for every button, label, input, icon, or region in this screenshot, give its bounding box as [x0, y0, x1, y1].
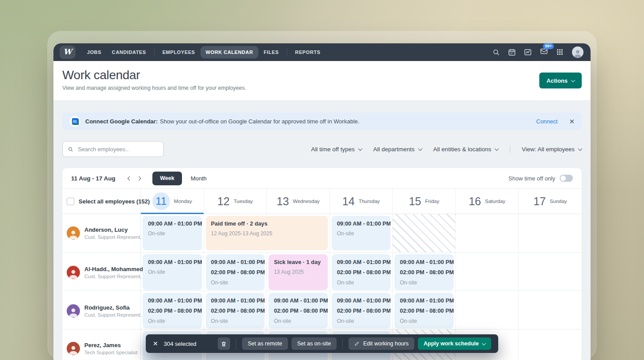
banner-bold-text: Connect Google Calendar:	[85, 118, 158, 125]
day-header-friday: 15Friday	[393, 189, 456, 214]
schedule-cell	[519, 214, 582, 252]
insights-icon[interactable]	[524, 48, 532, 56]
apply-work-schedule-button[interactable]: Apply work schedule	[418, 337, 491, 350]
shift-time: 02:00 PM - 08:00 PM	[337, 269, 386, 276]
connect-link[interactable]: Connect	[536, 118, 557, 125]
edit-working-hours-button[interactable]: Edit working hours	[349, 337, 414, 350]
page-title: Work calendar	[62, 68, 582, 82]
clear-selection-icon[interactable]: ✕	[153, 341, 158, 347]
sick-leave-block[interactable]: Sick leave · 1 day13 Aug 2025	[269, 254, 328, 290]
banner-text: Show your out-of-office on Google Calend…	[160, 118, 360, 125]
schedule-cell[interactable]: Paid time off · 2 days12 Aug 2025-13 Aug…	[204, 214, 330, 252]
shift-block[interactable]: 09:00 AM - 01:00 PMOn-site	[332, 216, 391, 250]
workable-logo[interactable]: W	[60, 46, 76, 59]
schedule-cell[interactable]: 09:00 AM - 01:00 PM02:00 PM - 08:00 PMOn…	[204, 253, 267, 292]
nav-item-work-calendar[interactable]: WORK CALENDAR	[201, 46, 258, 58]
day-name: Saturday	[485, 199, 505, 204]
schedule-cell[interactable]: Sick leave · 1 day13 Aug 2025	[267, 253, 330, 292]
shift-block[interactable]: 09:00 AM - 01:00 PM02:00 PM - 08:00 PMOn…	[143, 293, 202, 329]
employee-row: Rodriguez, SofiaCust. Support Represent.…	[62, 291, 582, 329]
nav-item-employees[interactable]: EMPLOYEES	[157, 46, 201, 58]
nav-item-reports[interactable]: REPORTS	[290, 46, 326, 58]
show-time-off-toggle[interactable]	[560, 175, 573, 182]
day-number: 11	[152, 192, 170, 210]
nav-item-jobs[interactable]: JOBS	[82, 46, 106, 58]
prev-week-button[interactable]	[125, 175, 134, 182]
shift-block[interactable]: 09:00 AM - 01:00 PM02:00 PM - 08:00 PMOn…	[206, 254, 265, 290]
shift-block[interactable]: 09:00 AM - 01:00 PM02:00 PM - 08:00 PMOn…	[394, 254, 454, 290]
day-name: Tuesday	[234, 199, 253, 204]
shift-block[interactable]: 09:00 AM - 01:00 PMOn-site	[143, 216, 202, 250]
set-as-onsite-button[interactable]: Set as on-site	[292, 337, 337, 350]
search-input[interactable]	[77, 146, 159, 153]
chevron-down-icon	[495, 146, 499, 151]
schedule-cell[interactable]: 09:00 AM - 01:00 PM02:00 PM - 08:00 PMOn…	[330, 291, 393, 330]
shift-location: On-site	[148, 269, 197, 275]
banner-close-icon[interactable]: ✕	[569, 118, 575, 125]
unavailable-cell	[393, 214, 456, 252]
google-calendar-banner: 31 Connect Google Calendar: Show your ou…	[62, 112, 582, 130]
actions-button[interactable]: Actions	[539, 73, 582, 88]
google-calendar-icon: 31	[69, 116, 80, 127]
schedule-cell	[519, 291, 582, 330]
next-week-button[interactable]	[134, 175, 144, 182]
date-range: 11 Aug - 17 Aug	[71, 175, 115, 182]
filter-label: All time off types	[311, 146, 355, 153]
filter-entities-locations[interactable]: All entities & locations	[433, 146, 498, 153]
shift-block[interactable]: 09:00 AM - 01:00 PM02:00 PM - 08:00 PMOn…	[332, 293, 391, 329]
nav-divider	[154, 49, 155, 56]
avatar	[67, 304, 80, 318]
nav-right-icons: 99+	[492, 46, 583, 58]
selected-count: 304 selected	[164, 341, 197, 347]
schedule-cell[interactable]: 09:00 AM - 01:00 PM02:00 PM - 08:00 PMOn…	[141, 291, 204, 330]
chevron-down-icon	[418, 146, 422, 151]
mail-icon[interactable]: 99+	[540, 47, 548, 57]
filter-departments[interactable]: All departments	[373, 146, 422, 153]
set-as-remote-button[interactable]: Set as remote	[242, 337, 288, 350]
shift-time: 09:00 AM - 01:00 PM	[337, 259, 386, 265]
day-header-tuesday: 12Tuesday	[204, 189, 267, 214]
pencil-icon	[354, 341, 360, 346]
shift-block[interactable]: 09:00 AM - 01:00 PM02:00 PM - 08:00 PMOn…	[269, 293, 328, 329]
week-view-button[interactable]: Week	[152, 172, 182, 185]
filter-label: View: All employees	[522, 146, 575, 153]
search-box[interactable]	[62, 141, 164, 157]
schedule-cell[interactable]: 09:00 AM - 01:00 PM02:00 PM - 08:00 PMOn…	[393, 291, 456, 330]
schedule-cell[interactable]: 09:00 AM - 01:00 PMOn-site	[330, 214, 393, 252]
paid-time-off-block[interactable]: Paid time off · 2 days12 Aug 2025-13 Aug…	[206, 216, 328, 250]
filter-view-employees[interactable]: View: All employees	[522, 146, 582, 153]
selection-action-bar: ✕ 304 selected Set as remote Set as on-s…	[146, 334, 498, 353]
schedule-cell[interactable]: 09:00 AM - 01:00 PM02:00 PM - 08:00 PMOn…	[204, 291, 267, 330]
page-header: Work calendar View and manage assigned w…	[53, 61, 591, 101]
employee-cell[interactable]: Perez, JamesTech Support Specialist	[62, 329, 141, 360]
shift-block[interactable]: 09:00 AM - 01:00 PM02:00 PM - 08:00 PMOn…	[332, 254, 391, 290]
schedule-cell[interactable]: 09:00 AM - 01:00 PMOn-site	[141, 253, 204, 292]
employee-cell[interactable]: Al-Hadd., MohammedCust. Support Represen…	[62, 253, 141, 292]
nav-item-files[interactable]: FILES	[258, 46, 284, 58]
time-off-dates: 12 Aug 2025-13 Aug 2025	[211, 230, 322, 237]
shift-time: 02:00 PM - 08:00 PM	[400, 269, 448, 276]
user-avatar[interactable]	[572, 46, 583, 58]
apps-grid-icon[interactable]	[556, 48, 564, 56]
schedule-cell[interactable]: 09:00 AM - 01:00 PM02:00 PM - 08:00 PMOn…	[330, 253, 393, 292]
schedule-cell[interactable]: 09:00 AM - 01:00 PMOn-site	[141, 214, 204, 252]
day-header-monday: 11Monday	[141, 189, 204, 214]
delete-button[interactable]	[218, 337, 230, 350]
select-all-cell: Select all employees (152)	[62, 189, 141, 214]
schedule-cell[interactable]: 09:00 AM - 01:00 PM02:00 PM - 08:00 PMOn…	[393, 253, 456, 292]
filter-time-off-types[interactable]: All time off types	[311, 146, 362, 153]
actions-label: Actions	[546, 77, 568, 84]
select-all-checkbox[interactable]	[67, 198, 74, 205]
shift-block[interactable]: 09:00 AM - 01:00 PMOn-site	[143, 254, 202, 290]
day-number: 17	[534, 195, 546, 208]
calendar-icon[interactable]	[508, 48, 516, 56]
shift-block[interactable]: 09:00 AM - 01:00 PM02:00 PM - 08:00 PMOn…	[394, 293, 454, 329]
shift-block[interactable]: 09:00 AM - 01:00 PM02:00 PM - 08:00 PMOn…	[206, 293, 265, 329]
schedule-cell[interactable]: 09:00 AM - 01:00 PM02:00 PM - 08:00 PMOn…	[267, 291, 330, 330]
employee-cell[interactable]: Anderson, LucyCust. Support Represent.	[62, 214, 141, 252]
nav-item-candidates[interactable]: CANDIDATES	[106, 46, 151, 58]
schedule-cell	[456, 291, 519, 330]
employee-cell[interactable]: Rodriguez, SofiaCust. Support Represent.	[62, 291, 141, 330]
search-icon[interactable]	[492, 48, 500, 56]
month-view-button[interactable]: Month	[186, 175, 211, 182]
